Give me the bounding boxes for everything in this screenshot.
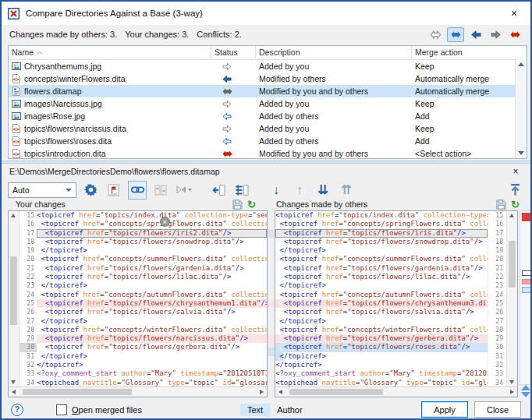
scrollbar-thumb[interactable] bbox=[10, 256, 17, 325]
copy-all-changes-button[interactable] bbox=[232, 181, 251, 199]
code-line[interactable]: 18 <topicref href="topics/flowers/snowdr… bbox=[275, 238, 506, 246]
code-line[interactable]: 23 </topicref> bbox=[275, 281, 506, 290]
left-horizontal-scrollbar[interactable] bbox=[9, 386, 267, 397]
word-level-compare-button[interactable] bbox=[151, 181, 170, 199]
merge-action[interactable]: Automatically merge bbox=[412, 72, 527, 85]
settings-button[interactable] bbox=[81, 181, 100, 199]
first-change-button[interactable]: ⇈ bbox=[337, 181, 356, 199]
save-right-icon[interactable] bbox=[496, 199, 506, 210]
table-row[interactable]: <>concepts\winterFlowers.ditaModified by… bbox=[9, 72, 527, 85]
right-editor-pane[interactable]: 15<topicref href="topics/index.dita" col… bbox=[275, 210, 518, 397]
previous-marker-icon[interactable] bbox=[521, 385, 530, 390]
code-line[interactable]: 15<topicref href="topics/index.dita" col… bbox=[20, 211, 267, 220]
checkbox[interactable] bbox=[56, 404, 67, 415]
code-line[interactable]: 28 <topicref href="concepts/winterFlower… bbox=[20, 326, 267, 334]
code-line[interactable]: 22 <topicref href="topics/flowers/lilac.… bbox=[275, 273, 506, 281]
next-change-button[interactable]: ↓ bbox=[267, 181, 286, 199]
merge-action[interactable]: Add bbox=[412, 110, 527, 122]
close-button[interactable]: Close bbox=[474, 401, 521, 418]
merge-action[interactable]: Keep bbox=[412, 97, 527, 110]
filter-incoming-changes-button[interactable] bbox=[468, 28, 484, 41]
next-marker-icon[interactable] bbox=[521, 392, 530, 397]
code-line[interactable]: 21 <topicref href="topics/flowers/garden… bbox=[275, 264, 506, 273]
go-to-first-difference-button[interactable] bbox=[505, 181, 524, 199]
right-horizontal-scrollbar[interactable] bbox=[275, 386, 517, 397]
code-line[interactable]: 31 </topicref> bbox=[20, 352, 267, 361]
code-line[interactable]: 24 <topicref href="concepts/autumnFlower… bbox=[275, 291, 506, 299]
help-icon[interactable]: ? bbox=[11, 404, 23, 416]
diff-mode-dropdown[interactable]: Auto bbox=[8, 182, 76, 198]
table-row[interactable]: images\Rose.jpgAdded by othersAdd bbox=[9, 110, 527, 122]
code-line[interactable]: 25 <topicref href="topics/flowers/chrysa… bbox=[20, 299, 267, 308]
change-marker[interactable] bbox=[522, 279, 531, 284]
refresh-left-icon[interactable]: ↻ bbox=[247, 200, 256, 210]
table-row[interactable]: <>topics\introduction.ditaModified by yo… bbox=[9, 147, 527, 160]
splitter[interactable] bbox=[2, 161, 530, 164]
code-line[interactable]: 30 <topicref href="topics/flowers/roses.… bbox=[275, 343, 506, 351]
code-line[interactable]: 22 <topicref href="topics/flowers/lilac.… bbox=[20, 273, 267, 281]
code-line[interactable]: 26 <topicref href="topics/flowers/salvia… bbox=[275, 308, 506, 316]
scroll-right-icon[interactable] bbox=[260, 390, 264, 394]
table-row[interactable]: images\Narcissus.jpgAdded by youKeep bbox=[9, 97, 527, 110]
code-line[interactable]: 20 <topicref href="concepts/summerFlower… bbox=[20, 255, 267, 263]
code-line[interactable]: 28 <topicref href="concepts/winterFlower… bbox=[275, 326, 506, 334]
scroll-down-icon[interactable] bbox=[518, 151, 524, 155]
close-merge-view-icon[interactable]: × bbox=[509, 166, 523, 177]
filter-modified-by-both-button[interactable] bbox=[447, 27, 464, 42]
code-line[interactable]: 27 </topicref> bbox=[20, 317, 267, 326]
code-line[interactable]: 32</topicref> bbox=[20, 361, 267, 369]
code-line[interactable]: 34<topichead navtitle="Glossary" type="t… bbox=[20, 379, 267, 386]
tab-author-mode[interactable]: Author bbox=[270, 404, 309, 416]
left-editor-pane[interactable]: 15<topicref href="topics/index.dita" col… bbox=[8, 210, 268, 397]
right-code-area[interactable]: 15<topicref href="topics/index.dita" col… bbox=[275, 211, 506, 386]
next-block-dropdown-button[interactable] bbox=[175, 181, 193, 199]
incoming-marker[interactable] bbox=[522, 287, 531, 293]
scroll-up-icon[interactable] bbox=[518, 62, 524, 66]
conflict-marker[interactable] bbox=[522, 213, 530, 221]
previous-change-button[interactable]: ↑ bbox=[290, 181, 309, 199]
code-line[interactable]: 27 </topicref> bbox=[275, 317, 506, 326]
column-header-description[interactable]: Description bbox=[256, 46, 412, 59]
code-line[interactable]: 33<?oxy_comment_start author="Mary" time… bbox=[20, 369, 267, 378]
code-line[interactable]: 29 <topicref href="topics/flowers/narcis… bbox=[20, 334, 267, 343]
apply-button[interactable]: Apply bbox=[421, 401, 468, 418]
diff-options-button[interactable] bbox=[105, 181, 123, 199]
scroll-down-icon[interactable] bbox=[11, 380, 16, 384]
code-line[interactable]: 34<topichead navtitle="Glossary" type="t… bbox=[275, 379, 506, 386]
scroll-right-icon[interactable] bbox=[510, 390, 514, 394]
filter-all-changes-button[interactable] bbox=[427, 28, 443, 41]
code-line[interactable]: 18 <topicref href="topics/flowers/snowdr… bbox=[20, 238, 267, 246]
copy-change-right-to-left-button[interactable] bbox=[209, 181, 228, 199]
open-merged-files-option[interactable]: Open merged files bbox=[56, 404, 142, 415]
code-line[interactable]: 32</topicref> bbox=[275, 361, 506, 369]
column-header-status[interactable]: Status bbox=[211, 46, 256, 59]
code-line[interactable]: 17 <topicref href="topics/flowers/iris2.… bbox=[20, 229, 267, 238]
reject-change-icon[interactable]: × bbox=[160, 217, 170, 227]
scrollbar-thumb[interactable] bbox=[289, 389, 383, 395]
filter-conflicts-button[interactable] bbox=[507, 28, 523, 41]
tab-text-mode[interactable]: Text bbox=[240, 404, 270, 416]
code-line[interactable]: 33<?oxy_comment_start author="Mary" time… bbox=[275, 369, 506, 378]
scroll-down-icon[interactable] bbox=[509, 380, 514, 384]
code-line[interactable]: 29 <topicref href="topics/flowers/gerber… bbox=[275, 334, 506, 343]
merge-action[interactable]: Keep bbox=[412, 122, 527, 135]
save-left-icon[interactable] bbox=[232, 199, 243, 210]
code-line[interactable]: 30 <topicref href="topics/flowers/gerber… bbox=[20, 343, 267, 351]
scroll-up-icon[interactable] bbox=[11, 214, 16, 217]
code-line[interactable]: 16 <topicref href="concepts/springFlower… bbox=[275, 220, 506, 228]
close-dialog-icon[interactable]: × bbox=[504, 7, 524, 19]
code-line[interactable]: 31 </topicref> bbox=[275, 352, 506, 361]
code-line[interactable]: 24 <topicref href="concepts/autumnFlower… bbox=[20, 291, 267, 299]
column-header-name[interactable]: Name bbox=[9, 46, 211, 59]
code-line[interactable]: 15<topicref href="topics/index.dita" col… bbox=[275, 211, 506, 220]
right-vertical-scrollbar[interactable] bbox=[506, 211, 517, 386]
scroll-left-icon[interactable] bbox=[12, 390, 16, 394]
refresh-right-icon[interactable]: ↻ bbox=[511, 200, 520, 210]
synchronized-scrolling-button[interactable] bbox=[128, 181, 147, 199]
current-change-marker[interactable] bbox=[522, 270, 531, 276]
left-code-area[interactable]: 15<topicref href="topics/index.dita" col… bbox=[20, 211, 267, 386]
merge-action[interactable]: Add bbox=[412, 135, 527, 147]
table-row[interactable]: Chrysanthemums.jpgAdded by youKeep bbox=[9, 60, 527, 72]
table-scrollbar[interactable] bbox=[515, 59, 527, 158]
scrollbar-thumb[interactable] bbox=[23, 389, 132, 395]
